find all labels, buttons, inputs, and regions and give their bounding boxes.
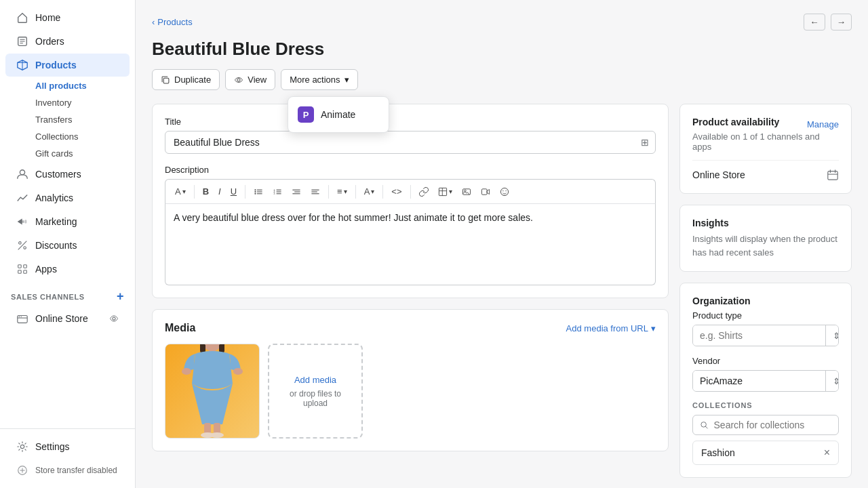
source-button[interactable]: <>	[387, 184, 406, 199]
product-image-svg	[165, 344, 260, 438]
more-actions-button[interactable]: More actions ▾	[281, 69, 357, 90]
sidebar-item-settings[interactable]: Settings	[5, 435, 130, 458]
numbered-list-button[interactable]: 123	[269, 184, 286, 199]
align-button[interactable]: ≡ ▾	[333, 184, 351, 199]
online-store-visibility-icon[interactable]	[109, 314, 119, 323]
video-button[interactable]	[477, 184, 494, 199]
product-type-dropdown-button[interactable]: ⇕	[825, 325, 839, 346]
sidebar-item-marketing[interactable]: Marketing	[5, 210, 130, 233]
vendor-input-wrapper: ⇕	[692, 370, 839, 392]
manage-availability-link[interactable]: Manage	[807, 119, 839, 129]
sidebar-item-orders-label: Orders	[35, 36, 64, 47]
svg-rect-45	[439, 188, 446, 195]
expand-icon: ⊞	[641, 137, 649, 148]
discounts-icon	[16, 239, 28, 251]
svg-point-31	[254, 190, 256, 192]
svg-point-65	[210, 432, 224, 438]
calendar-icon[interactable]	[827, 169, 839, 181]
vendor-input[interactable]	[693, 371, 825, 391]
svg-point-21	[20, 445, 24, 448]
svg-point-52	[502, 190, 503, 190]
product-image[interactable]	[165, 344, 260, 439]
sidebar-item-store-transfer-label: Store transfer disabled	[35, 466, 117, 475]
sidebar-item-store-transfer[interactable]: Store transfer disabled	[5, 459, 130, 482]
vendor-dropdown-button[interactable]: ⇕	[825, 371, 839, 391]
sidebar-sub-inventory[interactable]: Inventory	[30, 94, 135, 111]
sidebar-item-online-store[interactable]: Online Store	[5, 307, 130, 330]
sidebar-item-settings-label: Settings	[35, 441, 70, 452]
view-icon	[234, 75, 243, 85]
sidebar-item-apps[interactable]: Apps	[5, 258, 130, 281]
svg-point-51	[500, 188, 508, 195]
more-actions-dropdown: P Animate	[288, 96, 389, 133]
description-section: Description A ▾ B I U 123	[165, 165, 656, 285]
emoji-button[interactable]	[496, 184, 513, 199]
image-button[interactable]	[458, 184, 475, 199]
svg-point-30	[254, 189, 256, 190]
svg-rect-12	[18, 265, 22, 268]
svg-point-26	[237, 78, 240, 81]
next-product-button[interactable]: →	[831, 14, 852, 30]
collection-tag-fashion: Fashion ×	[692, 441, 839, 465]
svg-text:3: 3	[273, 192, 275, 195]
organization-card: Organization Product type ⇕ Vendor ⇕	[679, 283, 852, 478]
remove-collection-button[interactable]: ×	[824, 447, 830, 459]
svg-rect-7	[22, 220, 24, 223]
sidebar-item-customers[interactable]: Customers	[5, 163, 130, 186]
indent-button[interactable]	[288, 184, 305, 199]
collections-search-input[interactable]	[714, 420, 831, 430]
prev-product-button[interactable]: ←	[804, 14, 825, 30]
apps-icon	[16, 263, 28, 275]
title-input[interactable]	[165, 131, 656, 154]
sidebar-item-orders[interactable]: Orders	[5, 30, 130, 53]
svg-point-60	[182, 368, 191, 375]
sidebar-sub-gift-cards[interactable]: Gift cards	[30, 145, 135, 162]
duplicate-button[interactable]: Duplicate	[152, 69, 220, 90]
svg-point-53	[505, 190, 506, 190]
animate-app-icon: P	[298, 106, 314, 123]
description-content[interactable]: A very beautiful blue dress over for the…	[165, 204, 656, 285]
underline-button[interactable]: U	[226, 184, 241, 199]
svg-rect-50	[481, 188, 487, 194]
add-sales-channel-icon[interactable]: +	[117, 289, 124, 304]
table-button[interactable]: ▾	[434, 184, 456, 199]
text-format-button[interactable]: A ▾	[171, 184, 190, 199]
sidebar-sub-all-products[interactable]: All products	[30, 77, 135, 94]
dropdown-item-animate[interactable]: P Animate	[288, 101, 389, 128]
search-icon	[700, 420, 709, 430]
media-upload-area[interactable]: Add media or drop files toupload	[268, 344, 363, 439]
products-icon	[16, 59, 28, 71]
sidebar-item-discounts[interactable]: Discounts	[5, 234, 130, 257]
chevron-down-icon: ▾	[344, 75, 349, 85]
svg-point-9	[19, 242, 22, 245]
svg-rect-8	[25, 220, 27, 223]
svg-rect-25	[163, 78, 169, 83]
sidebar-products-submenu: All products Inventory Transfers Collect…	[0, 77, 135, 162]
online-store-label: Online Store	[692, 169, 745, 180]
svg-point-10	[24, 247, 26, 249]
breadcrumb[interactable]: ‹ Products	[152, 17, 193, 27]
collections-search-wrapper	[692, 415, 839, 435]
view-button[interactable]: View	[225, 69, 275, 90]
sidebar-item-marketing-label: Marketing	[35, 216, 77, 227]
sidebar-sub-collections[interactable]: Collections	[30, 128, 135, 145]
svg-rect-48	[462, 188, 470, 194]
sidebar-item-analytics[interactable]: Analytics	[5, 186, 130, 209]
product-type-input[interactable]	[693, 325, 825, 346]
collections-label: COLLECTIONS	[692, 401, 839, 409]
italic-button[interactable]: I	[214, 184, 225, 199]
svg-point-19	[20, 317, 21, 317]
sidebar-item-home[interactable]: Home	[5, 6, 130, 29]
sidebar-item-products[interactable]: Products	[5, 54, 130, 77]
add-media-url-button[interactable]: Add media from URL ▾	[566, 323, 656, 333]
sidebar-nav: Home Orders Products All products Invent…	[0, 0, 135, 428]
font-color-button[interactable]: A ▾	[360, 184, 379, 199]
sidebar-sub-transfers[interactable]: Transfers	[30, 111, 135, 128]
link-button[interactable]	[415, 184, 433, 199]
outdent-button[interactable]	[307, 184, 324, 199]
svg-line-11	[18, 241, 27, 250]
online-store-icon	[16, 312, 28, 325]
bullet-list-button[interactable]	[250, 184, 267, 199]
upload-instructions: or drop files toupload	[290, 389, 341, 408]
bold-button[interactable]: B	[199, 184, 213, 199]
